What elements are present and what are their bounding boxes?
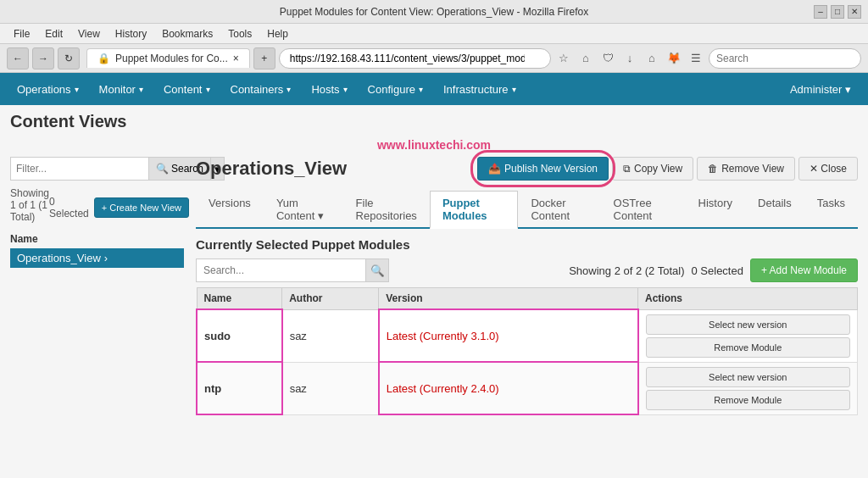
sidebar-showing: Showing 1 of 1 (1 Total) [10,187,49,223]
module-toolbar: 🔍 Showing 2 of 2 (2 Total) 0 Selected + … [196,258,858,282]
view-header: Operations_View 📤 Publish New Version ⧉ … [196,157,858,181]
nav-infrastructure[interactable]: Infrastructure ▾ [433,76,526,103]
row2-action-btns: Select new version Remove Module [646,367,850,410]
nav-containers[interactable]: Containers ▾ [220,76,302,103]
home2-icon[interactable]: ⌂ [643,49,661,68]
menu-history[interactable]: History [108,26,153,42]
menu-file[interactable]: File [7,26,36,42]
copy-icon: ⧉ [623,163,631,175]
add-new-module-button[interactable]: + Add New Module [750,258,858,282]
row2-name: ntp [197,362,282,414]
section-title: Currently Selected Puppet Modules [196,237,858,252]
row2-select-version-button[interactable]: Select new version [646,367,850,387]
table-row: sudo saz Latest (Currently 3.1.0) Select… [197,309,858,362]
row1-select-version-button[interactable]: Select new version [646,314,850,335]
close-button[interactable]: ✕ [848,5,861,19]
copy-view-button[interactable]: ⧉ Copy View [612,157,693,181]
tab-tasks[interactable]: Tasks [804,191,858,229]
address-bar[interactable] [279,48,551,69]
nav-content-arrow: ▾ [206,85,210,94]
publish-new-version-button[interactable]: 📤 Publish New Version [477,157,609,181]
shield-icon: 🛡 [598,49,617,68]
page-title: Content Views [10,112,858,131]
menu-help[interactable]: Help [260,26,295,42]
menu-bookmarks[interactable]: Bookmarks [155,26,220,42]
close-view-button[interactable]: ✕ Close [798,157,858,181]
tab-docker-content[interactable]: Docker Content [518,191,600,229]
browser-tab[interactable]: 🔒 Puppet Modules for Co... × [86,48,250,68]
sidebar-filter-bar: 🔍 Search ▾ [10,157,184,181]
publish-icon: 📤 [488,163,501,175]
nav-containers-label: Containers [231,83,284,96]
remove-view-button[interactable]: 🗑 Remove View [697,157,795,181]
browser-toolbar: ← → ↻ 🔒 Puppet Modules for Co... × + ☆ ⌂… [0,44,868,73]
minimize-button[interactable]: – [814,5,827,19]
module-table: Name Author Version Actions sudo saz Lat… [196,287,858,415]
menubar: File Edit View History Bookmarks Tools H… [0,24,868,44]
menu-view[interactable]: View [71,26,107,42]
col-actions: Actions [638,288,858,310]
watermark: www.linuxtechi.com [10,138,858,152]
tab-close-btn[interactable]: × [233,53,239,64]
menu-tools[interactable]: Tools [221,26,259,42]
toolbar-icons: ☆ ⌂ 🛡 ↓ ⌂ 🦊 ☰ [554,49,705,68]
view-actions: 📤 Publish New Version ⧉ Copy View 🗑 Remo… [477,157,858,181]
sidebar-item-operations-view[interactable]: Operations_View › [10,248,184,268]
module-search-input[interactable] [196,258,365,282]
create-new-view-button[interactable]: + Create New View [94,197,189,218]
nav-administer-arrow: ▾ [845,83,851,96]
col-name: Name [197,288,282,310]
menu-edit[interactable]: Edit [38,26,70,42]
bookmark-icon[interactable]: ☆ [554,49,573,68]
nav-configure[interactable]: Configure ▾ [358,76,433,103]
tab-history[interactable]: History [686,191,745,229]
app-nav: Operations ▾ Monitor ▾ Content ▾ Contain… [0,73,868,105]
tab-yum-content[interactable]: Yum Content ▾ [264,191,343,229]
row2-actions: Select new version Remove Module [638,362,858,414]
tab-versions[interactable]: Versions [196,191,264,229]
module-showing: Showing 2 of 2 (2 Total) [569,264,684,277]
new-tab-button[interactable]: + [253,47,275,69]
tab-file-repositories[interactable]: File Repositories [343,191,430,229]
sidebar-name-header: Name [10,233,184,245]
sidebar-selected-count: 0 Selected [49,196,89,220]
tab-ostree-content[interactable]: OSTree Content [601,191,686,229]
browser-search-input[interactable] [709,48,861,69]
row1-remove-module-button[interactable]: Remove Module [646,337,850,358]
row1-author: saz [282,309,379,362]
nav-administer[interactable]: Administer ▾ [780,76,861,103]
refresh-button[interactable]: ↻ [58,47,80,69]
row1-version: Latest (Currently 3.1.0) [379,309,638,362]
nav-hosts[interactable]: Hosts ▾ [301,76,357,103]
menu-icon[interactable]: ☰ [687,49,705,68]
nav-hosts-label: Hosts [311,83,339,96]
tab-details[interactable]: Details [745,191,804,229]
nav-monitor-arrow: ▾ [139,85,143,94]
sidebar-filter-input[interactable] [10,157,148,181]
col-version: Version [379,288,638,310]
table-row: ntp saz Latest (Currently 2.4.0) Select … [197,362,858,414]
row1-name: sudo [197,309,282,362]
nav-infrastructure-arrow: ▾ [512,85,516,94]
nav-operations[interactable]: Operations ▾ [7,76,89,103]
search-glass-icon: 🔍 [370,264,385,277]
module-search-button[interactable]: 🔍 [365,258,389,282]
nav-monitor[interactable]: Monitor ▾ [89,76,153,103]
maximize-button[interactable]: □ [831,5,844,19]
main-layout: 🔍 Search ▾ Showing 1 of 1 (1 Total) 0 Se… [10,157,858,478]
home-icon[interactable]: ⌂ [576,49,595,68]
tab-title: Puppet Modules for Co... [115,53,228,64]
trash-icon: 🗑 [708,163,718,175]
nav-operations-arrow: ▾ [75,85,79,94]
row2-remove-module-button[interactable]: Remove Module [646,390,850,410]
back-button[interactable]: ← [7,47,29,69]
firefox-icon[interactable]: 🦊 [665,49,683,68]
publish-button-wrapper: 📤 Publish New Version [477,157,609,181]
nav-content[interactable]: Content ▾ [153,76,220,103]
nav-monitor-label: Monitor [99,83,136,96]
download-icon[interactable]: ↓ [620,49,639,68]
tab-puppet-modules[interactable]: Puppet Modules [430,191,519,229]
yum-arrow-icon: ▾ [318,209,324,222]
forward-button[interactable]: → [32,47,54,69]
col-author: Author [282,288,379,310]
